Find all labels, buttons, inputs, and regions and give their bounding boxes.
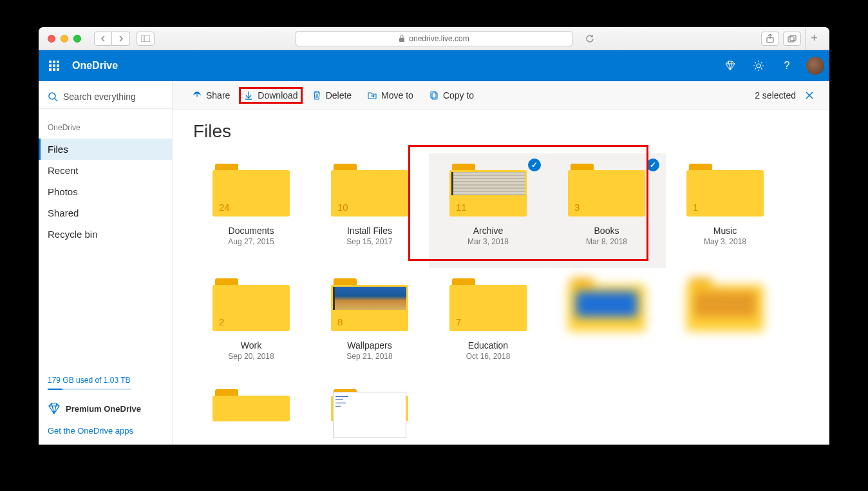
folder-date [724,352,726,361]
share-browser-button[interactable] [761,32,779,46]
new-tab-button[interactable]: + [805,27,823,50]
delete-label: Delete [326,90,352,101]
close-window-icon[interactable] [48,35,55,43]
selected-check-icon[interactable] [646,159,659,171]
folder-date: Aug 27, 2015 [228,237,274,246]
folder-name [605,340,608,351]
folder-tile[interactable]: ▬▬▬▬▬▬▬▬▬▬▬▬▬▬ [310,383,429,421]
waffle-icon [49,61,59,71]
folder-name: Install Files [347,226,392,236]
forward-button[interactable] [112,32,130,46]
nav-item-recent[interactable]: Recent [39,160,172,181]
folder-icon: 24 [212,164,290,217]
nav-item-recycle-bin[interactable]: Recycle bin [39,224,172,245]
command-bar: Share Download Delete Move to [173,81,829,110]
nav-buttons [94,32,130,46]
cmdbar-right: 2 selected [755,88,816,102]
folder-tile[interactable]: 11ArchiveMar 3, 2018 [429,153,547,268]
storage-section: 179 GB used of 1.03 TB [39,369,172,396]
folder-count: 3 [574,202,580,213]
folder-name: Archive [473,226,504,236]
get-apps-link[interactable]: Get the OneDrive apps [39,421,172,445]
search-box[interactable] [39,85,172,108]
app-launcher-button[interactable] [39,50,70,81]
nav-item-shared[interactable]: Shared [39,202,172,224]
storage-text[interactable]: 179 GB used of 1.03 TB [48,376,163,385]
breadcrumb: OneDrive [39,120,172,135]
folder-tile[interactable]: 3BooksMar 8, 2018 [547,153,666,268]
svg-rect-2 [399,38,404,42]
folder-icon: 3 [568,164,645,217]
minimize-window-icon[interactable] [61,35,68,43]
folder-count: 24 [219,202,230,213]
folder-icon: 11 [449,164,527,217]
svg-line-8 [55,99,57,101]
folder-tile[interactable]: 10Install FilesSep 15, 2017 [310,153,429,268]
clear-selection-button[interactable] [802,88,816,102]
copy-to-button[interactable]: Copy to [422,86,480,104]
selected-check-icon[interactable] [528,159,541,171]
help-icon[interactable]: ? [774,50,800,81]
folder-name: Wallpapers [347,340,392,351]
titlebar-right: + [761,27,823,50]
main-pane: Share Download Delete Move to [173,81,829,445]
nav-item-photos[interactable]: Photos [39,181,172,202]
nav-item-files[interactable]: Files [39,139,172,160]
folder-tile[interactable]: 24DocumentsAug 27, 2015 [192,153,310,268]
nav-list: Files Recent Photos Shared Recycle bin [39,139,172,245]
maximize-window-icon[interactable] [73,35,81,43]
window-controls [39,35,81,43]
folder-count: 11 [456,202,467,213]
delete-button[interactable]: Delete [305,86,358,104]
folder-tile[interactable]: 8WallpapersSep 21, 2018 [310,268,429,383]
folder-name: Music [713,226,737,236]
selection-count: 2 selected [755,90,796,101]
address-bar[interactable]: onedrive.live.com [296,31,572,46]
browser-titlebar: onedrive.live.com + [39,27,829,50]
premium-icon[interactable] [717,50,743,81]
share-button[interactable]: Share [185,86,236,104]
download-button[interactable]: Download [239,87,302,104]
folder-tile[interactable]: 2WorkSep 20, 2018 [192,268,310,383]
body: OneDrive Files Recent Photos Shared Recy… [39,81,829,445]
folder-name: Education [468,340,508,351]
copy-to-label: Copy to [443,90,474,101]
folder-grid: 24DocumentsAug 27, 201510Install FilesSe… [192,153,810,421]
folder-tile[interactable]: 1MusicMay 3, 2018 [666,153,784,268]
folder-icon [568,278,645,331]
premium-link[interactable]: Premium OneDrive [39,396,172,421]
folder-icon: 7 [449,278,527,331]
folder-tile[interactable] [547,268,666,383]
folder-date: Oct 16, 2018 [466,352,511,361]
folder-icon [686,278,764,331]
user-avatar[interactable] [806,57,824,75]
file-area: Files 24DocumentsAug 27, 201510Install F… [173,110,829,445]
search-input[interactable] [63,91,153,102]
back-button[interactable] [94,32,112,46]
folder-date: Sep 21, 2018 [346,352,392,361]
folder-icon: 10 [331,164,408,217]
sidebar-toggle-button[interactable] [137,32,155,46]
svg-point-7 [49,93,55,99]
folder-count: 2 [219,316,224,327]
tabs-button[interactable] [783,32,801,46]
folder-tile[interactable]: 7EducationOct 16, 2018 [429,268,547,383]
lock-icon [399,35,405,43]
search-icon [48,91,58,102]
onedrive-header: OneDrive ? [39,50,829,81]
left-pane: OneDrive Files Recent Photos Shared Recy… [39,81,173,445]
folder-count: 8 [337,316,343,327]
folder-tile[interactable] [666,268,784,383]
folder-date: Sep 20, 2018 [228,352,274,361]
folder-icon: 2 [212,278,290,331]
browser-window: onedrive.live.com + OneDriv [39,27,829,445]
reload-button[interactable] [582,31,598,46]
page-title: Files [193,121,810,142]
move-to-button[interactable]: Move to [361,86,420,104]
folder-name: Work [241,340,261,351]
folder-count: 7 [456,316,461,327]
folder-icon: 8 [331,278,408,331]
folder-tile[interactable] [192,383,310,421]
settings-icon[interactable] [746,50,771,81]
premium-label: Premium OneDrive [66,404,141,414]
